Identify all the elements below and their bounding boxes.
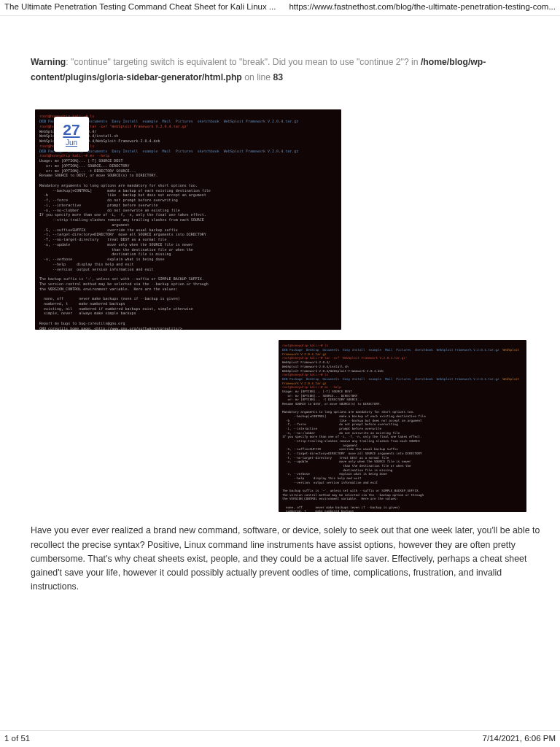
header-rule	[0, 15, 560, 16]
header-title: The Ultimate Penetration Testing Command…	[4, 2, 276, 11]
page-counter: 1 of 51	[4, 734, 30, 743]
warning-text-mid: on line	[242, 72, 273, 82]
term-mv-usage: Usage: mv [OPTION]... [-T] SOURCE DEST o…	[282, 390, 381, 406]
php-warning: Warning: "continue" targeting switch is …	[31, 55, 553, 85]
term-ls-output: DEB Package Desktop Documents Easy Insta…	[282, 377, 499, 381]
warning-label: Warning	[31, 57, 66, 67]
post-date-month: Jun	[66, 139, 77, 147]
term-mv-foot: The backup suffix is '~', unless set wit…	[282, 489, 424, 512]
term-extract-line: WebSploit Framework-2.0.4/WebSploit-Fram…	[282, 369, 384, 373]
term-mv-usage: Usage: mv [OPTION]... [-T] SOURCE DEST o…	[39, 158, 158, 177]
page-timestamp: 7/14/2021, 6:06 PM	[483, 734, 556, 743]
term-mv-body: Mandatory arguments to long options are …	[39, 183, 211, 271]
term-mv-foot: The backup suffix is '~', unless set wit…	[39, 276, 209, 330]
term-mv-help-cmd: root@honeydrip-kali:~# mv --help	[39, 153, 109, 158]
footer-rule	[0, 730, 560, 731]
terminal-screenshot-2: root@honeydrip-kali:~# ls DEB Package De…	[279, 340, 526, 512]
term-extract-line: WebSploit Framework-2.0.4/install.sh	[282, 365, 349, 368]
term-ls-output: DEB Package Desktop Documents Easy Insta…	[282, 348, 499, 352]
header-url: https://www.fastnethost.com/blog/the-ult…	[289, 2, 556, 11]
post-date-day: 27	[63, 122, 79, 137]
article-intro-paragraph: Have you ever ever realized a brand new …	[31, 524, 548, 593]
warning-line: 83	[273, 72, 284, 82]
post-date-badge[interactable]: 27 Jun	[54, 117, 89, 152]
term-prompt: root@honeydrip-kali:~# ls	[282, 344, 328, 347]
warning-text-pre: : "continue" targeting switch is equival…	[66, 57, 421, 67]
term-extract-line: WebSploit Framework-2.0.4/	[282, 360, 330, 364]
term-tar-cmd: root@honeydrip-kali:~# tar -xvf 'WebSplo…	[282, 356, 407, 360]
term-mv-help-cmd: root@honeydrip-kali:~# mv --help	[282, 385, 341, 389]
term-prompt: root@honeydrip-kali:~# ls	[282, 373, 328, 376]
term-mv-body: Mandatory arguments to long options are …	[282, 410, 426, 484]
